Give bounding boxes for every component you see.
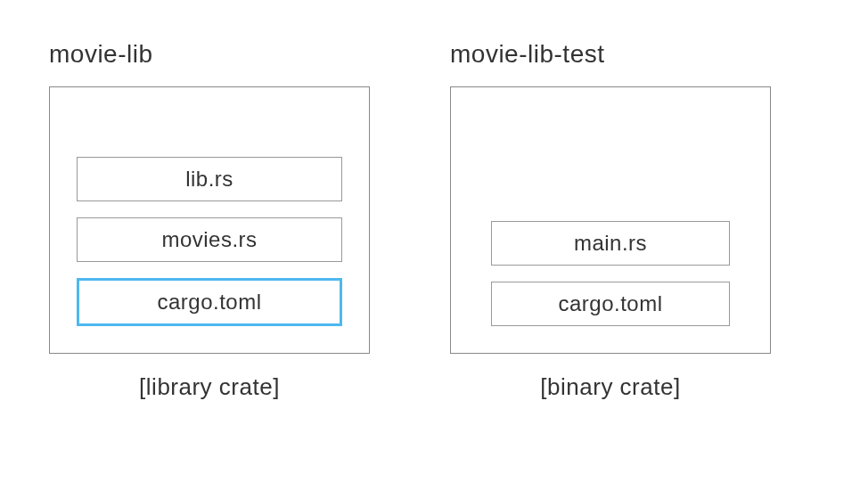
binary-crate-caption: [binary crate]: [450, 373, 771, 401]
library-crate-group: movie-lib lib.rs movies.rs cargo.toml [l…: [49, 40, 370, 401]
file-movies-rs: movies.rs: [77, 217, 342, 262]
file-cargo-toml-lib: cargo.toml: [77, 278, 342, 326]
binary-crate-title: movie-lib-test: [450, 40, 771, 69]
file-main-rs: main.rs: [491, 221, 730, 266]
file-cargo-toml-bin: cargo.toml: [491, 282, 730, 326]
binary-crate-box: main.rs cargo.toml: [450, 86, 771, 354]
file-lib-rs: lib.rs: [77, 157, 342, 201]
library-crate-box: lib.rs movies.rs cargo.toml: [49, 86, 370, 354]
library-crate-caption: [library crate]: [49, 373, 370, 401]
binary-crate-group: movie-lib-test main.rs cargo.toml [binar…: [450, 40, 771, 401]
library-crate-title: movie-lib: [49, 40, 370, 69]
